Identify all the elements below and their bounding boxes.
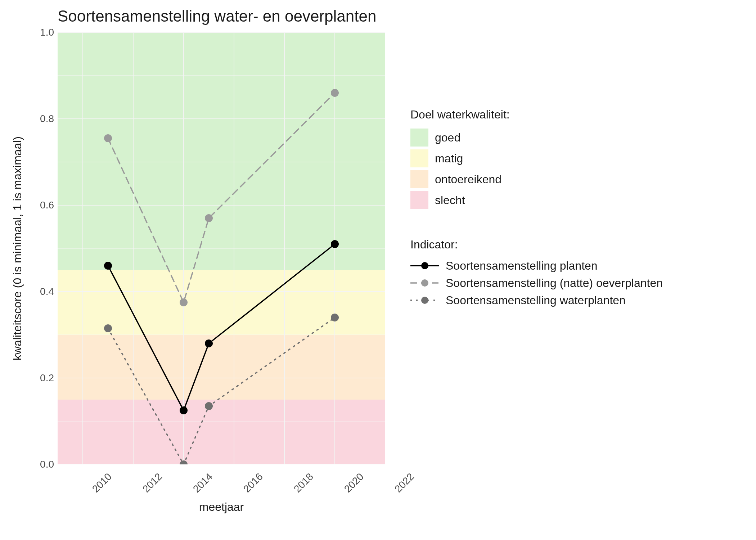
svg-rect-1: [58, 32, 385, 270]
legend-band-label: ontoereikend: [435, 173, 501, 186]
legend-series-label: Soortensamenstelling (natte) oeverplante…: [446, 276, 663, 290]
legend-swatch: [410, 170, 428, 188]
plot-area: [58, 32, 385, 464]
legend-series-item: Soortensamenstelling waterplanten: [410, 293, 727, 307]
legend-swatch: [410, 129, 428, 147]
svg-rect-3: [58, 335, 385, 400]
legend-swatch: [410, 149, 428, 167]
x-tick-label: 2010: [85, 471, 114, 499]
legend-bands-items: goedmatigontoereikendslecht: [410, 129, 727, 209]
x-tick-label: 2014: [186, 471, 215, 499]
legend-band-label: slecht: [435, 194, 465, 207]
svg-point-44: [421, 279, 428, 287]
svg-point-29: [104, 262, 112, 270]
y-tick-label: 0.2: [32, 372, 54, 384]
legend-bands-title: Doel waterkwaliteit:: [410, 108, 727, 121]
legend-series-item: Soortensamenstelling (natte) oeverplante…: [410, 276, 727, 290]
svg-point-31: [205, 339, 213, 347]
svg-point-42: [421, 262, 428, 269]
x-axis-label: meetjaar: [58, 500, 385, 514]
svg-point-30: [180, 406, 188, 414]
legend-band-item: goed: [410, 129, 727, 147]
plot-svg: [58, 32, 385, 464]
legend-series-label: Soortensamenstelling planten: [446, 259, 598, 273]
svg-rect-4: [58, 400, 385, 464]
chart-figure: Soortensamenstelling water- en oeverplan…: [0, 0, 756, 540]
svg-point-34: [180, 298, 188, 306]
y-tick-label: 0.0: [32, 459, 54, 470]
legend-swatch: [410, 191, 428, 209]
x-tick-label: 2016: [237, 471, 265, 499]
legend-series-title: Indicator:: [410, 238, 727, 251]
y-tick-label: 1.0: [32, 27, 54, 38]
y-tick-label: 0.6: [32, 199, 54, 211]
y-axis-label: kwaliteitscore (0 is minimaal, 1 is maxi…: [11, 32, 25, 464]
legend-band-label: goed: [435, 131, 460, 144]
legend-band-item: slecht: [410, 191, 727, 209]
legend-series-items: Soortensamenstelling plantenSoortensamen…: [410, 258, 727, 307]
svg-point-35: [205, 214, 213, 222]
legend-band-label: matig: [435, 152, 463, 165]
x-tick-label: 2018: [287, 471, 315, 499]
legend-bands: Doel waterkwaliteit: goedmatigontoereike…: [410, 108, 727, 209]
svg-point-39: [205, 402, 213, 410]
legend-band-item: matig: [410, 149, 727, 167]
svg-point-32: [331, 240, 339, 248]
legend: Doel waterkwaliteit: goedmatigontoereike…: [410, 108, 727, 336]
legend-line-swatch: [410, 293, 439, 307]
svg-point-40: [331, 314, 339, 321]
y-tick-label: 0.8: [32, 113, 54, 125]
x-tick-label: 2012: [136, 471, 164, 499]
x-tick-label: 2022: [388, 471, 416, 499]
x-tick-label: 2020: [337, 471, 366, 499]
legend-series-label: Soortensamenstelling waterplanten: [446, 294, 626, 307]
svg-point-37: [104, 324, 112, 332]
legend-band-item: ontoereikend: [410, 170, 727, 188]
svg-point-36: [331, 89, 339, 97]
legend-series: Indicator: Soortensamenstelling plantenS…: [410, 238, 727, 307]
legend-line-swatch: [410, 276, 439, 290]
y-tick-label: 0.4: [32, 286, 54, 297]
svg-point-33: [104, 134, 112, 142]
legend-line-swatch: [410, 258, 439, 273]
chart-title: Soortensamenstelling water- en oeverplan…: [58, 7, 376, 25]
legend-series-item: Soortensamenstelling planten: [410, 258, 727, 273]
svg-point-46: [421, 297, 428, 304]
